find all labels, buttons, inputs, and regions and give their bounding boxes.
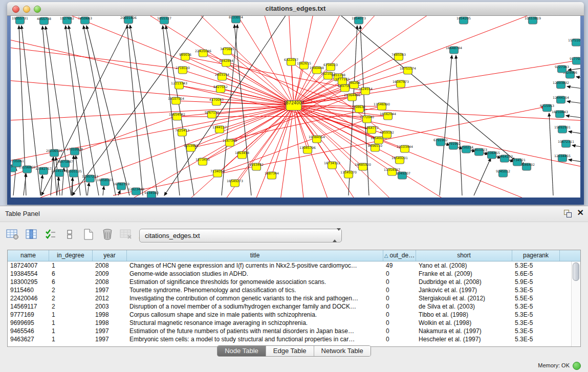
table-cell[interactable]: Hescheler et al. (1997) — [416, 335, 512, 343]
table-cell[interactable] — [560, 261, 572, 270]
graph-edge[interactable] — [103, 186, 104, 195]
table-cell[interactable]: Investigating the contribution of common… — [127, 294, 383, 302]
citation-network-graph[interactable]: 1935573140557381527602745066320691406105… — [11, 16, 580, 198]
table-cell[interactable]: 1997 — [93, 286, 127, 294]
table-cell[interactable]: Estimation of significance thresholds fo… — [127, 278, 383, 286]
float-panel-icon[interactable] — [564, 210, 572, 217]
table-cell[interactable]: Disruption of a novel member of a sodium… — [127, 302, 383, 311]
table-cell[interactable]: 2003 — [93, 302, 127, 311]
table-cell[interactable] — [560, 327, 572, 335]
column-header-indegree[interactable]: in_degree — [49, 250, 93, 261]
table-cell[interactable]: Stergiakouli et al. (2012) — [416, 294, 512, 302]
table-cell[interactable]: 0 — [383, 278, 416, 286]
table-cell[interactable]: 5.3E-5 — [512, 335, 560, 343]
table-settings-icon[interactable] — [5, 227, 20, 242]
tab-edge-table[interactable]: Edge Table — [266, 346, 314, 356]
table-cell[interactable]: Tibbo et al. (1998) — [416, 311, 512, 319]
table-cell[interactable]: 0 — [383, 311, 416, 319]
table-cell[interactable]: 1997 — [93, 327, 127, 335]
table-cell[interactable] — [560, 335, 572, 343]
table-row[interactable]: 946554611997Estimation of the future num… — [8, 327, 572, 335]
table-cell[interactable]: 6 — [49, 270, 93, 278]
graph-edge-citation[interactable] — [294, 16, 580, 105]
table-cell[interactable]: Jankovic et al. (1997) — [416, 286, 512, 294]
table-cell[interactable]: 6 — [49, 278, 93, 286]
table-cell[interactable]: 5.3E-5 — [512, 261, 560, 270]
table-cell[interactable]: 2012 — [93, 294, 127, 302]
table-cell[interactable]: 22420046 — [8, 294, 49, 302]
table-cell[interactable]: 2 — [49, 286, 93, 294]
graph-edge[interactable] — [440, 55, 452, 195]
tab-network-table[interactable]: Network Table — [314, 346, 371, 356]
row-height-icon[interactable] — [62, 227, 77, 242]
graph-edge-citation[interactable] — [294, 16, 580, 105]
table-cell[interactable]: Wolkin et al. (1998) — [416, 319, 512, 327]
table-cell[interactable]: 1 — [49, 319, 93, 327]
table-cell[interactable]: 2008 — [93, 261, 127, 270]
table-cell[interactable]: Estimation of the future numbers of pati… — [127, 327, 383, 335]
table-cell[interactable]: 1 — [49, 311, 93, 319]
table-cell[interactable]: 2009 — [93, 270, 127, 278]
graph-edge-citation[interactable] — [294, 16, 580, 105]
table-cell[interactable]: Franke et al. (2009) — [416, 270, 512, 278]
table-cell[interactable]: 9465546 — [8, 327, 49, 335]
column-header-pagerank[interactable]: pagerank — [512, 250, 560, 261]
table-cell[interactable]: 0 — [383, 327, 416, 335]
table-cell[interactable]: 2 — [49, 294, 93, 302]
table-selector-dropdown[interactable]: citations_edges.txt — [139, 229, 342, 243]
column-header-name[interactable]: name — [8, 250, 49, 261]
table-cell[interactable]: 5.3E-5 — [512, 302, 560, 311]
graph-edge[interactable] — [40, 175, 42, 195]
table-cell[interactable]: 49 — [383, 261, 416, 270]
table-cell[interactable]: Nakamura et al. (1997) — [416, 327, 512, 335]
window-titlebar[interactable]: citations_edges.txt — [7, 2, 584, 16]
graph-edge-citation[interactable] — [88, 16, 294, 105]
graph-edge[interactable] — [569, 132, 580, 137]
graph-edge[interactable] — [86, 26, 129, 195]
table-cell[interactable]: Yano et al. (2008) — [416, 261, 512, 270]
table-cell[interactable] — [560, 294, 572, 302]
column-header-outde[interactable]: △out_de… — [383, 250, 416, 261]
table-row[interactable]: 911546021997Tourette syndrome. Phenomeno… — [8, 286, 572, 294]
graph-edge[interactable] — [57, 177, 59, 195]
graph-edge[interactable] — [568, 66, 580, 70]
table-cell[interactable]: 1997 — [93, 335, 127, 343]
table-cell[interactable]: 0 — [383, 319, 416, 327]
table-cell[interactable]: 0 — [383, 270, 416, 278]
table-row[interactable]: 1456911722003Disruption of a novel membe… — [8, 302, 572, 311]
table-cell[interactable]: 5.3E-5 — [512, 327, 560, 335]
table-cell[interactable]: Corpus callosum shape and size in male p… — [127, 311, 383, 319]
table-cell[interactable]: 5.3E-5 — [512, 319, 560, 327]
tab-node-table[interactable]: Node Table — [217, 346, 266, 356]
table-row[interactable]: 1938455462009Genome-wide association stu… — [8, 270, 572, 278]
table-cell[interactable]: Structural magnetic resonance image aver… — [127, 319, 383, 327]
graph-edge[interactable] — [127, 25, 143, 195]
graph-edge-citation[interactable] — [185, 57, 294, 105]
close-panel-icon[interactable]: ✕ — [577, 208, 584, 217]
table-row[interactable]: 1872400712008Changes of HCN gene express… — [8, 261, 572, 270]
table-cell[interactable]: 1 — [49, 327, 93, 335]
table-cell[interactable]: 9699695 — [8, 319, 49, 327]
table-cell[interactable]: 14569117 — [8, 302, 49, 311]
column-header-title[interactable]: title — [127, 250, 383, 261]
graph-edge[interactable] — [83, 26, 116, 195]
graph-edge-citation[interactable] — [230, 91, 365, 143]
graph-edge[interactable] — [567, 86, 580, 92]
table-cell[interactable]: 1998 — [93, 319, 127, 327]
new-table-icon[interactable] — [81, 227, 96, 242]
column-header-short[interactable]: short — [416, 250, 512, 261]
graph-edge[interactable] — [118, 190, 120, 195]
graph-edge[interactable] — [474, 158, 491, 195]
table-cell[interactable]: 1 — [49, 335, 93, 343]
table-cell[interactable]: de Silva et al. (2003) — [416, 302, 512, 311]
graph-edge[interactable] — [88, 183, 89, 195]
table-row[interactable]: 977716911998Corpus callosum shape and si… — [8, 311, 572, 319]
table-cell[interactable] — [560, 319, 572, 327]
table-cell[interactable]: Dudbridge et al. (2008) — [416, 278, 512, 286]
table-cell[interactable]: 5.3E-5 — [512, 311, 560, 319]
graph-edge-citation[interactable] — [294, 16, 580, 105]
table-cell[interactable]: 2 — [49, 302, 93, 311]
graph-edge[interactable] — [456, 55, 462, 195]
table-cell[interactable]: Tourette syndrome. Phenomenology and cla… — [127, 286, 383, 294]
table-cell[interactable]: 2008 — [93, 278, 127, 286]
